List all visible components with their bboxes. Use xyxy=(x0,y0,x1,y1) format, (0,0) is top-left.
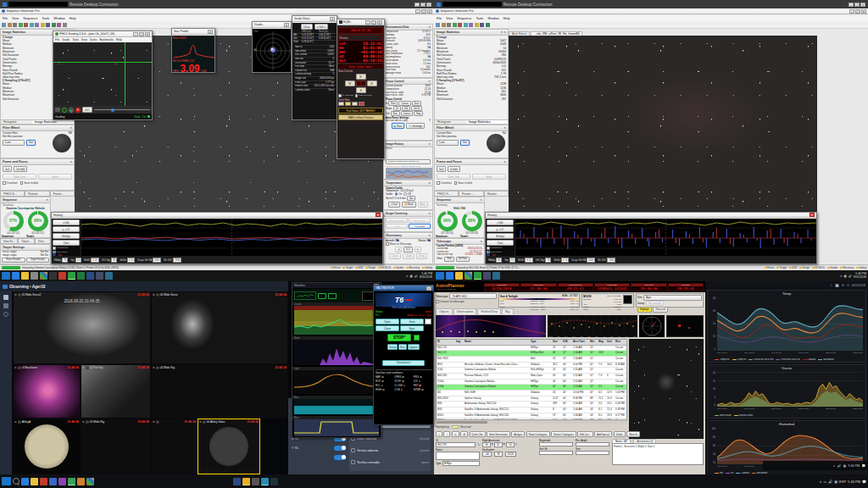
guide-param-spinner[interactable]: Mx DEC2500 xyxy=(164,258,181,263)
tray-caret-icon[interactable]: ∧ xyxy=(840,274,842,278)
object-row[interactable]: IC63Gamma Cassiopeiae NebulaRefl+HIIRgn1… xyxy=(437,368,626,374)
cool-button[interactable]: ❄Cool xyxy=(388,202,400,208)
toolbar-icon[interactable] xyxy=(486,23,490,27)
close-icon[interactable]: ✕ xyxy=(82,420,85,424)
legend-item[interactable]: Backbone xyxy=(818,358,833,362)
site-select[interactable]: Ager xyxy=(643,295,702,301)
image-history-series-select[interactable]: Gamma Cassiopeiae Nebula (IC... xyxy=(386,159,431,164)
slew-north-button[interactable]: N xyxy=(356,74,366,80)
phd2-stop-icon[interactable]: ■ xyxy=(75,108,81,113)
rotate-left-button[interactable]: ◀ xyxy=(395,247,403,252)
taskbar-app-icon[interactable] xyxy=(40,272,47,280)
sgp-menu-item[interactable]: Tools xyxy=(476,17,483,20)
object-row[interactable]: Sh2-171HIIRgn Mult60'52°1:56 AM10°23.8Ci… xyxy=(437,351,626,357)
sgp-window-buttons[interactable]: –▢✕ xyxy=(415,9,432,14)
taskbar-app-icon[interactable] xyxy=(21,478,29,485)
rdp-right-taskbar[interactable]: ∧ ▦ 🔊 5:46 PM8/20/2018 xyxy=(434,270,868,281)
guide-param-spinner[interactable]: MnMo0.15 xyxy=(554,258,569,263)
size-field[interactable] xyxy=(576,451,609,455)
toolbar-icon[interactable] xyxy=(442,23,446,27)
sgp-menu-item[interactable]: View xyxy=(12,17,19,20)
center-settings-button[interactable]: 🔧Settings xyxy=(409,224,431,229)
object-table-header[interactable]: IDImgNameTypeSizeH.M.Best TimeMer.MagSur… xyxy=(437,340,626,346)
sgp-menu-item[interactable]: Window xyxy=(487,17,499,20)
history-yrange-select[interactable]: y: +/-4" xyxy=(53,226,80,232)
roof-setup-button[interactable]: Setup xyxy=(387,344,398,350)
taskbar-app-icon[interactable] xyxy=(68,478,75,485)
start-button[interactable] xyxy=(436,272,444,280)
history-xrange-select[interactable]: x:100 xyxy=(487,219,514,225)
roof-close-button[interactable]: Close xyxy=(376,325,399,331)
toolbar-icon[interactable] xyxy=(63,23,67,27)
taskbar-app-icon[interactable] xyxy=(270,478,278,485)
ra-minutes-field[interactable]: 01 xyxy=(494,442,503,447)
notes-textarea[interactable]: Forma 1, Structures 2, Bright 2, Stars 1 xyxy=(612,443,704,465)
grafana-topbar[interactable]: ＋ 💾 ⚙ ⟳ 8/20/2018 xyxy=(705,281,868,289)
track-lunar-button[interactable] xyxy=(345,102,351,106)
toolbar-button[interactable]: Edit List... xyxy=(577,431,593,437)
toolbar-button[interactable]: Search Catalogues xyxy=(551,431,576,437)
guide-param-spinner[interactable]: Scope Mx RA2500 xyxy=(137,258,161,263)
toolbar-icon[interactable] xyxy=(436,23,440,27)
roof-goto-button[interactable]: Goto xyxy=(400,319,424,324)
object-row[interactable]: M32Satellite Of Andromeda Galaxy, NGC221… xyxy=(437,408,626,413)
search-icon[interactable]: 🔍 xyxy=(476,442,480,447)
solve-sync-button[interactable]: Solve and Sync xyxy=(386,218,408,223)
toolbar-icon[interactable] xyxy=(464,23,468,27)
rdp-window-buttons[interactable]: –▢✕ xyxy=(849,3,865,7)
abort-cooling-button[interactable]: Abort xyxy=(418,202,429,208)
shutter-stop-button[interactable]: Stop xyxy=(416,253,427,259)
object-row[interactable]: Sh2-170HIIRgn20'52°1:56 AM10°Circum xyxy=(437,346,626,352)
panel-close-icon[interactable]: ✕ xyxy=(70,160,72,164)
park-button[interactable]: Park xyxy=(444,257,453,262)
object-row[interactable]: IC63bGamma Cassiopeiae NebulaHIIRgn40'40… xyxy=(437,385,626,391)
toolbar-icon[interactable] xyxy=(46,23,50,27)
filter-set-button[interactable]: Set xyxy=(460,140,470,146)
crosshair-checkbox[interactable]: Crosshair xyxy=(3,181,18,185)
taskbar-app-icon[interactable] xyxy=(86,478,94,485)
taskbar-app-icon[interactable] xyxy=(68,272,75,280)
toolbar-icon[interactable] xyxy=(2,23,6,27)
cooler-set-button[interactable]: Set xyxy=(407,196,415,201)
save-icon[interactable]: 💾 xyxy=(835,284,839,287)
astroplanner-tabs[interactable]: ObjectsObservationsField of ViewSky xyxy=(436,308,704,314)
phd2-zoom-select[interactable]: 50:1 xyxy=(82,107,92,113)
ra-seconds-field[interactable]: 54 xyxy=(506,442,515,447)
dock-tab[interactable]: Seque... xyxy=(18,238,34,244)
taskbar-app-icon[interactable] xyxy=(105,272,113,280)
history-settings-button[interactable]: Settings xyxy=(487,233,514,239)
taskbar-app-icon[interactable] xyxy=(465,272,472,280)
phd2-camera-icon[interactable] xyxy=(55,108,60,112)
taskbar-app-icon[interactable] xyxy=(40,478,47,485)
weather-station-window[interactable]: Weather✕ Clouds Wind Light Rain Roof xyxy=(292,282,381,438)
ra-hours-field[interactable]: 00 xyxy=(482,442,491,447)
taskbar-app-icon[interactable] xyxy=(455,272,463,280)
sgp-menu-item[interactable]: Sequence xyxy=(457,17,471,20)
roof-update-button[interactable]: Update xyxy=(408,344,420,350)
sgp-doc-tabs[interactable]: Auto Focus ...ula_290_offset_50_Ha_frame… xyxy=(509,29,817,36)
toolbar-button[interactable]: Add Special xyxy=(594,431,612,437)
phd2-loop-icon[interactable] xyxy=(62,108,67,113)
close-icon[interactable]: ✕ xyxy=(14,366,17,369)
object-row[interactable]: M110Satellite Of Andromeda Galaxy, NGC20… xyxy=(437,413,626,419)
start-button[interactable] xyxy=(2,272,10,280)
add-object-button[interactable]: + xyxy=(436,431,442,437)
corrections-checkbox[interactable]: Corrections xyxy=(487,251,514,254)
panel-close-icon[interactable]: ✕ xyxy=(70,126,72,130)
toolbar-button[interactable]: Show Catalogues xyxy=(526,431,550,437)
column-header[interactable]: ID xyxy=(437,340,456,345)
grafana-panel-temp[interactable]: Temp 403020100 8/19 00:008/19 08:008/19 … xyxy=(707,290,866,363)
sgp-menu-item[interactable]: Tools xyxy=(42,17,49,20)
taskbar-app-icon[interactable] xyxy=(77,478,85,485)
tray-caret-icon[interactable]: ∧ xyxy=(833,464,836,468)
toolbar-icon[interactable] xyxy=(24,23,28,27)
sgp-menu-item[interactable]: Help xyxy=(504,17,510,20)
add-panel-icon[interactable]: ＋ xyxy=(830,284,833,287)
close-icon[interactable]: ✕ xyxy=(153,366,155,369)
slew-west-button[interactable]: W xyxy=(345,80,355,86)
sensor-row[interactable]: Techo cerrado open xyxy=(351,456,429,468)
slew-east-button[interactable]: E xyxy=(367,80,377,86)
rdp-left-tray[interactable]: ∧ ▦ 🔊 5:46 PM8/20/2018 xyxy=(406,273,432,279)
guide-param-spinner[interactable]: MnMo0.15 xyxy=(518,258,533,263)
dock-tabs-bottom[interactable]: View Se...Seque...Teles... xyxy=(0,238,51,244)
